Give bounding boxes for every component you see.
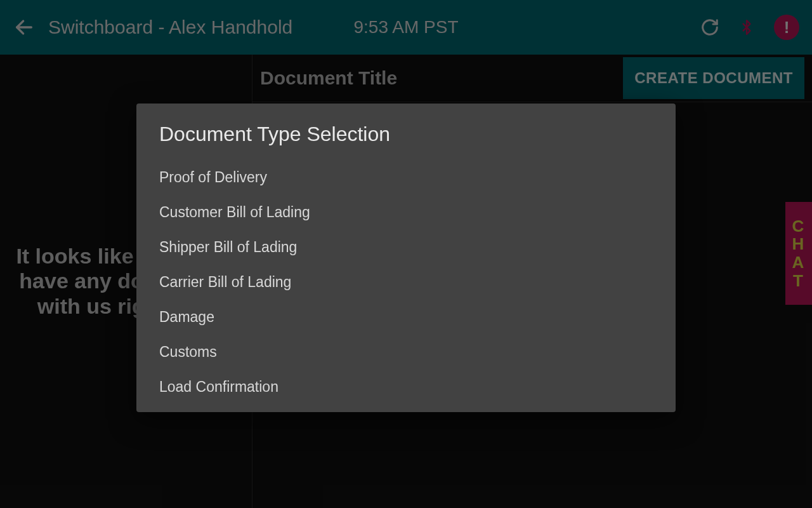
app-root: Switchboard - Alex Handhold 9:53 AM PST … [0, 0, 812, 508]
dialog-title: Document Type Selection [136, 104, 676, 160]
dialog-option-proof-of-delivery[interactable]: Proof of Delivery [136, 160, 676, 195]
dialog-option-carrier-bol[interactable]: Carrier Bill of Lading [136, 265, 676, 300]
dialog-option-shipper-bol[interactable]: Shipper Bill of Lading [136, 230, 676, 265]
dialog-option-customs[interactable]: Customs [136, 335, 676, 370]
document-type-dialog: Document Type Selection Proof of Deliver… [136, 104, 676, 412]
dialog-options-list: Proof of Delivery Customer Bill of Ladin… [136, 160, 676, 404]
dialog-option-damage[interactable]: Damage [136, 300, 676, 335]
dialog-option-customer-bol[interactable]: Customer Bill of Lading [136, 195, 676, 230]
dialog-option-load-confirmation[interactable]: Load Confirmation [136, 370, 676, 404]
